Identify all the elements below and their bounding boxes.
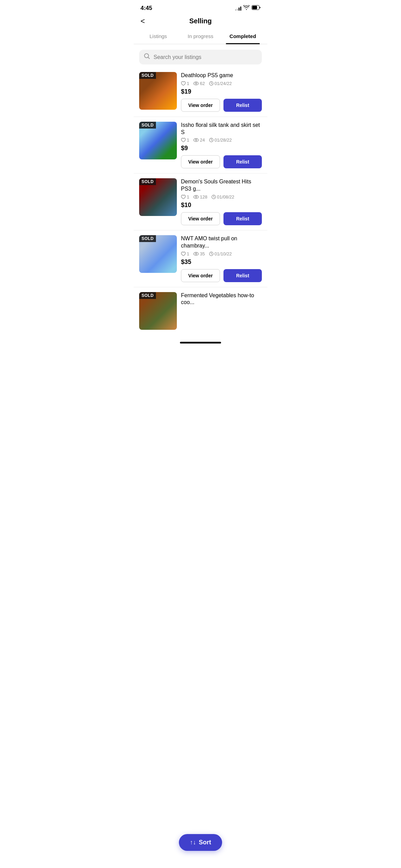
listing-image: SOLD [139, 122, 177, 159]
tab-in-progress[interactable]: In progress [179, 29, 221, 44]
listing-info: Deathloop PS5 game 1 62 01/24/22 $19 Vie… [181, 72, 262, 112]
tab-listings[interactable]: Listings [137, 29, 179, 44]
listing-actions: View order Relist [181, 99, 262, 112]
search-input[interactable] [154, 54, 257, 60]
list-item: SOLD Demon's Souls Greatest Hits PS3 g..… [134, 173, 267, 230]
page-title: Selling [189, 17, 212, 25]
listing-meta: 1 35 01/10/22 [181, 251, 262, 256]
listing-title: Demon's Souls Greatest Hits PS3 g... [181, 178, 262, 193]
views-meta: 128 [193, 194, 207, 200]
listing-meta: 1 128 01/08/22 [181, 194, 262, 200]
listing-image: SOLD [139, 292, 177, 330]
views-meta: 35 [193, 251, 205, 256]
home-indicator [180, 342, 221, 343]
view-order-button[interactable]: View order [181, 99, 220, 112]
listing-info: NWT AMO twist pull on chambray... 1 35 0… [181, 235, 262, 282]
listing-actions: View order Relist [181, 269, 262, 282]
svg-point-10 [195, 196, 197, 197]
views-meta: 24 [193, 137, 205, 143]
listing-image: SOLD [139, 235, 177, 273]
listing-price: $35 [181, 258, 262, 266]
listing-image: SOLD [139, 72, 177, 110]
svg-point-13 [195, 253, 197, 254]
relist-button[interactable]: Relist [223, 212, 262, 225]
listing-price: $19 [181, 88, 262, 95]
list-item: SOLD Deathloop PS5 game 1 62 01/24/22 $1 [134, 67, 267, 117]
likes-meta: 1 [181, 81, 189, 86]
sold-badge: SOLD [139, 122, 156, 129]
svg-rect-1 [252, 6, 257, 9]
view-order-button[interactable]: View order [181, 155, 220, 168]
battery-icon [252, 5, 260, 11]
list-item: SOLD Fermented Vegetables how-to coo... [134, 287, 267, 335]
listing-info: Fermented Vegetables how-to coo... [181, 292, 262, 308]
status-icons [235, 5, 260, 11]
nav-header: < Selling [134, 14, 267, 29]
bottom-bar [134, 335, 267, 346]
relist-button[interactable]: Relist [223, 269, 262, 282]
search-container [134, 44, 267, 67]
svg-point-3 [194, 82, 198, 85]
view-order-button[interactable]: View order [181, 269, 220, 282]
sold-badge: SOLD [139, 178, 156, 185]
listing-title: Issho floral silk tank and skirt set S [181, 122, 262, 136]
back-button[interactable]: < [141, 17, 145, 26]
listing-image: SOLD [139, 178, 177, 216]
listing-actions: View order Relist [181, 212, 262, 225]
listing-price: $9 [181, 145, 262, 152]
svg-point-4 [195, 83, 197, 84]
relist-button[interactable]: Relist [223, 155, 262, 168]
listing-info: Issho floral silk tank and skirt set S 1… [181, 122, 262, 169]
likes-meta: 1 [181, 251, 189, 256]
date-meta: 01/28/22 [209, 137, 232, 143]
status-bar: 4:45 [134, 0, 267, 14]
svg-point-6 [194, 138, 198, 142]
likes-meta: 1 [181, 194, 189, 200]
svg-point-12 [194, 252, 198, 255]
sold-badge: SOLD [139, 235, 156, 242]
wifi-icon [243, 5, 250, 11]
listing-meta: 1 24 01/28/22 [181, 137, 262, 143]
relist-button[interactable]: Relist [223, 99, 262, 112]
tab-completed[interactable]: Completed [222, 29, 264, 44]
search-box[interactable] [139, 50, 262, 64]
date-meta: 01/08/22 [211, 194, 234, 200]
listing-title: NWT AMO twist pull on chambray... [181, 235, 262, 250]
list-item: SOLD Issho floral silk tank and skirt se… [134, 117, 267, 174]
search-icon [144, 53, 150, 61]
listing-meta: 1 62 01/24/22 [181, 81, 262, 86]
listing-price: $10 [181, 202, 262, 209]
listings-list: SOLD Deathloop PS5 game 1 62 01/24/22 $1 [134, 67, 267, 335]
view-order-button[interactable]: View order [181, 212, 220, 225]
date-meta: 01/10/22 [209, 251, 232, 256]
listing-title: Deathloop PS5 game [181, 72, 262, 79]
list-item: SOLD NWT AMO twist pull on chambray... 1… [134, 230, 267, 287]
tabs-bar: Listings In progress Completed [134, 29, 267, 44]
likes-meta: 1 [181, 137, 189, 143]
sold-badge: SOLD [139, 292, 156, 299]
views-meta: 62 [193, 81, 205, 86]
listing-actions: View order Relist [181, 155, 262, 168]
signal-icon [235, 6, 241, 11]
svg-point-9 [194, 195, 198, 198]
listing-title: Fermented Vegetables how-to coo... [181, 292, 262, 306]
svg-point-7 [195, 140, 197, 141]
sold-badge: SOLD [139, 72, 156, 79]
date-meta: 01/24/22 [209, 81, 232, 86]
listing-info: Demon's Souls Greatest Hits PS3 g... 1 1… [181, 178, 262, 225]
status-time: 4:45 [141, 5, 152, 12]
